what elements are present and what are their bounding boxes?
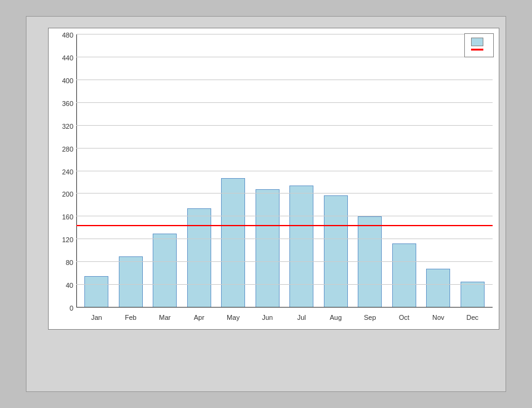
grid-line-400 [76,80,493,80]
legend-line-item [471,49,487,51]
bar-oct [392,243,416,308]
y-tick-120: 120 [52,236,73,243]
grid-line-360 [76,102,493,103]
y-tick-160: 160 [52,213,73,221]
month-label-jun: Jun [262,314,273,321]
grid-line-440 [76,57,493,57]
bar-feb [119,256,143,308]
grid-line-480 [76,34,493,35]
bar-col-oct: Oct [387,35,422,308]
month-label-aug: Aug [329,314,342,321]
bars-area: JanFebMarAprMayJunJulAugSepOctNovDec 040… [76,35,493,308]
bar-col-dec: Dec [456,35,490,308]
bar-col-may: May [216,35,251,308]
grid-line-80 [76,261,493,262]
bar-col-nov: Nov [421,35,456,308]
bar-aug [324,195,348,308]
y-axis-label [33,28,45,330]
legend-line-box [471,49,483,51]
grid-line-200 [76,193,493,194]
month-label-may: May [227,314,240,321]
grid-line-40 [76,284,493,285]
bar-sep [358,216,382,308]
monthly-average-line [76,225,493,226]
bar-mar [153,234,177,308]
bar-col-jan: Jan [79,35,114,308]
chart-inner: JanFebMarAprMayJunJulAugSepOctNovDec 040… [48,28,499,330]
bar-col-sep: Sep [353,35,387,308]
grid-line-160 [76,216,493,216]
y-tick-360: 360 [52,100,73,107]
bar-col-mar: Mar [148,35,182,308]
legend-bar-item [471,38,487,46]
bar-nov [426,269,450,308]
grid-line-120 [76,239,493,239]
grid-line-240 [76,171,493,171]
grid-line-320 [76,125,493,126]
bar-col-apr: Apr [182,35,217,308]
y-tick-200: 200 [52,190,73,198]
month-label-apr: Apr [194,314,204,321]
month-label-nov: Nov [432,314,445,321]
bar-col-feb: Feb [114,35,148,308]
y-tick-480: 480 [52,31,73,39]
bars-group: JanFebMarAprMayJunJulAugSepOctNovDec [76,35,493,308]
month-label-dec: Dec [466,314,478,321]
month-label-sep: Sep [364,314,376,321]
y-tick-40: 40 [52,282,73,289]
bar-may [221,178,245,308]
month-label-jul: Jul [297,314,306,321]
y-tick-320: 320 [52,123,73,130]
month-label-mar: Mar [159,314,171,321]
y-tick-80: 80 [52,259,73,266]
bar-col-jul: Jul [284,35,319,308]
bar-col-jun: Jun [251,35,285,308]
grid-line-280 [76,148,493,149]
y-tick-240: 240 [52,168,73,176]
chart-area: JanFebMarAprMayJunJulAugSepOctNovDec 040… [33,28,499,330]
bar-apr [187,208,211,308]
y-tick-280: 280 [52,145,73,153]
legend-bar-box [471,38,483,46]
bar-col-aug: Aug [319,35,353,308]
bar-dec [461,282,485,308]
bar-jul [289,186,313,308]
grid-line-0 [76,307,493,308]
chart-container: JanFebMarAprMayJunJulAugSepOctNovDec 040… [26,16,506,392]
y-tick-400: 400 [52,77,73,84]
bar-jun [256,189,280,308]
month-label-feb: Feb [125,314,137,321]
y-tick-0: 0 [52,304,73,312]
bar-jan [84,276,108,308]
month-label-jan: Jan [91,314,102,321]
month-label-oct: Oct [399,314,409,321]
legend [464,33,494,57]
y-tick-440: 440 [52,54,73,62]
